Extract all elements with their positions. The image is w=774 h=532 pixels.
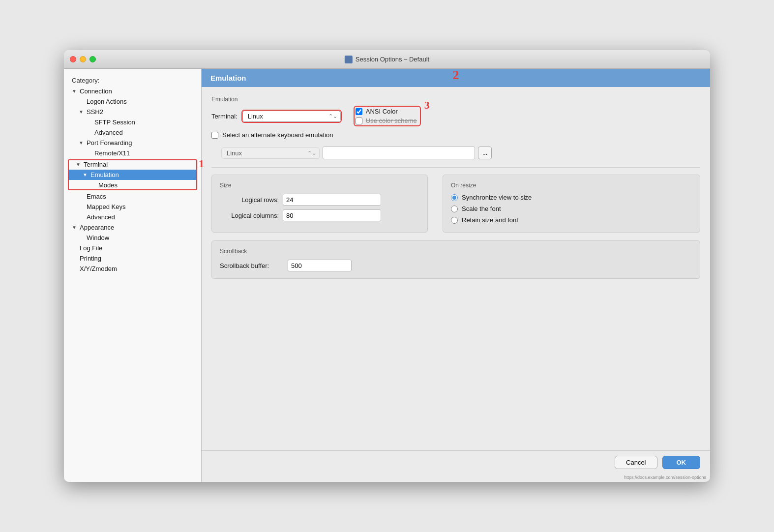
on-resize-title: On resize xyxy=(451,182,692,189)
minimize-button[interactable] xyxy=(80,56,86,62)
sidebar-label-logfile: Log File xyxy=(80,244,102,252)
terminal-group-box: 1 Terminal Emulation Modes xyxy=(68,159,197,190)
terminal-dropdown-arrow: ⌃⌄ xyxy=(328,113,337,119)
sidebar-label-modes: Modes xyxy=(98,181,118,189)
category-label: Category: xyxy=(64,74,201,86)
sidebar-label-window: Window xyxy=(87,234,109,241)
sidebar-item-remotex11[interactable]: Remote/X11 xyxy=(64,148,201,158)
ellipsis-button[interactable]: ... xyxy=(478,147,492,159)
logical-cols-input[interactable] xyxy=(283,209,381,221)
sidebar-item-connection[interactable]: Connection xyxy=(64,86,201,96)
arrow-appearance xyxy=(72,225,79,230)
arrow-ssh2 xyxy=(79,109,86,115)
resize-option-retain: Retain size and font xyxy=(451,216,692,224)
alternate-kb-label: Select an alternate keyboard emulation xyxy=(222,131,333,139)
alternate-kb-row: Select an alternate keyboard emulation xyxy=(211,131,700,139)
sidebar-item-advanced-ssh[interactable]: Advanced xyxy=(64,127,201,138)
sidebar-label-printing: Printing xyxy=(80,255,101,262)
ansi-color-checkbox[interactable] xyxy=(356,108,362,115)
use-color-scheme-row: Use color scheme xyxy=(356,117,417,124)
emulation-row: Terminal: Linux ⌃⌄ 3 xyxy=(211,108,700,124)
sidebar-label-advanced: Advanced xyxy=(87,213,115,221)
scrollback-section: Scrollback Scrollback buffer: xyxy=(211,240,700,279)
alternate-kb-dropdown[interactable]: Linux ⌃⌄ xyxy=(221,148,320,159)
sidebar-item-printing[interactable]: Printing xyxy=(64,253,201,264)
sidebar: Category: Connection Logon Actions SSH2 … xyxy=(64,69,202,482)
scrollback-title: Scrollback xyxy=(220,248,692,255)
cancel-button[interactable]: Cancel xyxy=(615,456,657,469)
sidebar-label-advanced-ssh: Advanced xyxy=(94,129,123,136)
ansi-box: ANSI Color Use color scheme xyxy=(356,108,417,124)
app-window: Session Options – Default Category: Conn… xyxy=(64,50,710,482)
ansi-color-row: ANSI Color xyxy=(356,108,417,115)
terminal-select-wrapper: Linux ⌃⌄ xyxy=(242,111,341,122)
resize-radio-retain[interactable] xyxy=(451,217,458,224)
session-icon xyxy=(345,56,353,63)
sidebar-item-modes[interactable]: Modes xyxy=(68,180,197,190)
annotation-3: 3 xyxy=(424,99,430,112)
sidebar-item-mapped-keys[interactable]: Mapped Keys xyxy=(64,202,201,212)
alternate-kb-checkbox[interactable] xyxy=(211,132,218,139)
sidebar-item-sftp[interactable]: SFTP Session xyxy=(64,117,201,127)
window-title: Session Options – Default xyxy=(345,56,429,63)
scrollback-input[interactable] xyxy=(288,260,352,271)
traffic-lights xyxy=(70,56,96,62)
sidebar-label-appearance: Appearance xyxy=(80,224,114,231)
logical-rows-label: Logical rows: xyxy=(220,196,279,204)
alternate-kb-input[interactable] xyxy=(323,147,475,159)
titlebar: Session Options – Default xyxy=(64,50,710,69)
resize-label-scale: Scale the font xyxy=(462,205,501,212)
close-button[interactable] xyxy=(70,56,76,62)
terminal-value: Linux xyxy=(248,113,263,120)
resize-radio-scale[interactable] xyxy=(451,206,458,212)
sidebar-item-advanced[interactable]: Advanced xyxy=(64,212,201,222)
sidebar-label-remotex11: Remote/X11 xyxy=(94,149,130,157)
title-text: Session Options – Default xyxy=(356,56,429,63)
ok-button[interactable]: OK xyxy=(662,456,701,469)
panel-body: Emulation Terminal: Linux ⌃⌄ xyxy=(202,87,710,450)
terminal-row: Terminal: Linux ⌃⌄ xyxy=(211,111,341,122)
use-color-scheme-checkbox[interactable] xyxy=(356,118,362,124)
resize-radio-sync[interactable] xyxy=(451,194,458,201)
maximize-button[interactable] xyxy=(89,56,96,62)
terminal-dropdown[interactable]: Linux ⌃⌄ xyxy=(242,111,341,122)
bottom-bar: Cancel OK xyxy=(202,450,710,474)
main-content: Category: Connection Logon Actions SSH2 … xyxy=(64,69,710,482)
sidebar-item-ssh2[interactable]: SSH2 xyxy=(64,107,201,117)
sidebar-item-logfile[interactable]: Log File xyxy=(64,243,201,253)
resize-label-retain: Retain size and font xyxy=(462,216,518,224)
arrow-terminal xyxy=(76,162,83,167)
sidebar-item-window[interactable]: Window xyxy=(64,233,201,243)
logical-cols-label: Logical columns: xyxy=(220,212,279,219)
sidebar-item-xyzmodem[interactable]: X/Y/Zmodem xyxy=(64,264,201,274)
use-color-scheme-label: Use color scheme xyxy=(366,117,417,124)
scrollback-row: Scrollback buffer: xyxy=(220,260,692,271)
sidebar-item-emulation[interactable]: Emulation xyxy=(68,170,197,180)
scrollback-label: Scrollback buffer: xyxy=(220,262,284,269)
sidebar-label-connection: Connection xyxy=(80,88,112,95)
logical-rows-input[interactable] xyxy=(283,194,381,206)
sidebar-item-appearance[interactable]: Appearance xyxy=(64,222,201,233)
sidebar-label-mapped-keys: Mapped Keys xyxy=(87,203,126,210)
sidebar-item-terminal[interactable]: Terminal xyxy=(68,159,197,170)
sidebar-label-portfwd: Port Forwarding xyxy=(87,139,132,147)
annotation-1: 1 xyxy=(199,157,204,170)
arrow-emulation xyxy=(83,172,89,177)
resize-option-sync: Synchronize view to size xyxy=(451,194,692,201)
sidebar-label-xyzmodem: X/Y/Zmodem xyxy=(80,265,117,272)
arrow-connection xyxy=(72,89,79,94)
ansi-wrapper: 3 ANSI Color Use color scheme xyxy=(356,108,417,124)
sidebar-item-emacs[interactable]: Emacs xyxy=(64,191,201,202)
terminal-label: Terminal: xyxy=(211,113,238,120)
ellipsis-label: ... xyxy=(482,149,487,156)
size-title: Size xyxy=(220,182,419,189)
alternate-kb-dropdowns: Linux ⌃⌄ ... xyxy=(221,147,700,159)
alternate-kb-value: Linux xyxy=(227,149,242,157)
size-section: Size Logical rows: Logical columns: xyxy=(211,175,428,233)
sidebar-label-terminal: Terminal xyxy=(84,161,108,168)
header-wrapper: 2 Emulation xyxy=(202,69,710,87)
emulation-label: Emulation xyxy=(211,96,700,103)
sidebar-item-portfwd[interactable]: Port Forwarding xyxy=(64,138,201,148)
section-header-text: Emulation xyxy=(210,74,246,82)
sidebar-item-logon-actions[interactable]: Logon Actions xyxy=(64,96,201,107)
